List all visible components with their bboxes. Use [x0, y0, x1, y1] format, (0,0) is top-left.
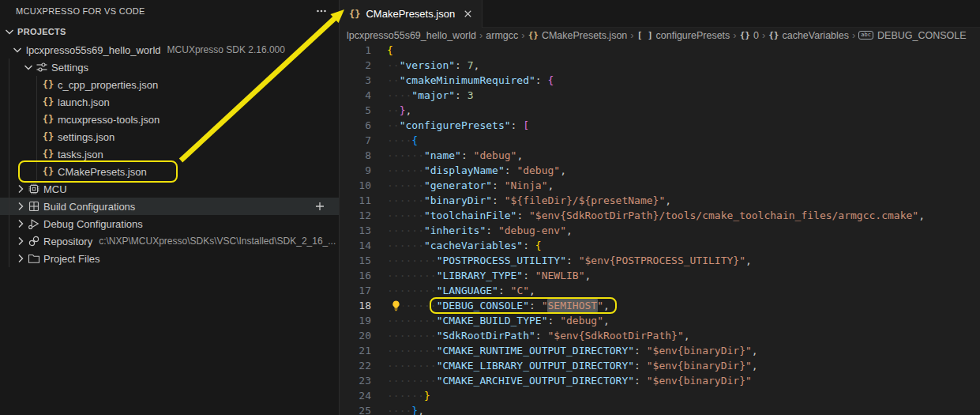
code-line[interactable]: 3··"cmakeMinimumRequired": {: [340, 73, 980, 88]
code-line[interactable]: 4····"major": 3: [340, 88, 980, 103]
code-token: ,: [584, 270, 591, 281]
code-editor[interactable]: 1{2··"version": 7,3··"cmakeMinimumRequir…: [340, 43, 980, 415]
code-line[interactable]: 9······"displayName": "debug",: [340, 163, 980, 178]
tab-cmakepresets-json[interactable]: {} CMakePresets.json: [340, 0, 482, 28]
line-number[interactable]: 22: [340, 358, 371, 373]
line-number[interactable]: 21: [340, 343, 371, 358]
sidebar-item-settings[interactable]: Settings: [0, 58, 339, 76]
chevron-right-icon[interactable]: [14, 200, 27, 213]
code-line[interactable]: 24······}: [340, 388, 980, 403]
code-line[interactable]: 1{: [340, 43, 980, 58]
chevron-down-icon[interactable]: [22, 61, 35, 74]
sidebar-item-project[interactable]: lpcxpresso55s69_hello_world MCUXpresso S…: [0, 41, 339, 58]
line-number[interactable]: 1: [340, 43, 371, 58]
sidebar-item-cmakepresets-json[interactable]: {}CMakePresets.json: [0, 163, 339, 180]
line-number[interactable]: 10: [340, 178, 371, 193]
code-token: ,: [752, 360, 758, 372]
code-line[interactable]: 19········"CMAKE_BUILD_TYPE": "debug",: [340, 313, 980, 328]
code-line[interactable]: 13······"inherits": "debug-env",: [340, 223, 980, 238]
line-number[interactable]: 11: [340, 193, 371, 208]
code-line-text: ········"LIBRARY_TYPE": "NEWLIB",: [387, 268, 591, 283]
chevron-down-icon[interactable]: [11, 43, 24, 56]
code-token: :: [511, 119, 524, 131]
code-line[interactable]: 23········"CMAKE_ARCHIVE_OUTPUT_DIRECTOR…: [340, 373, 980, 388]
line-number[interactable]: 12: [340, 208, 371, 223]
line-number[interactable]: 9: [340, 163, 371, 178]
code-token: ,: [665, 194, 671, 206]
line-number[interactable]: 24: [340, 388, 371, 403]
code-token: ,: [548, 179, 554, 191]
breadcrumb-label: CMakePresets.json: [542, 30, 627, 41]
code-token: "LIBRARY_TYPE": [437, 270, 524, 281]
more-actions-icon[interactable]: [315, 5, 328, 17]
line-number[interactable]: 7: [340, 133, 371, 148]
chevron-right-icon[interactable]: [14, 183, 27, 195]
code-line[interactable]: 16········"LIBRARY_TYPE": "NEWLIB",: [340, 268, 980, 283]
sidebar-item-tasks-json[interactable]: {}tasks.json: [0, 145, 339, 163]
breadcrumb-item-lpcxpresso55s69-hello-world[interactable]: lpcxpresso55s69_hello_world: [347, 30, 476, 41]
code-line[interactable]: 2··"version": 7,: [340, 58, 980, 73]
close-icon[interactable]: [462, 8, 474, 20]
code-line[interactable]: 21········"CMAKE_RUNTIME_OUTPUT_DIRECTOR…: [340, 343, 980, 358]
line-number[interactable]: 3: [340, 73, 371, 88]
breadcrumb-item-configurepresets[interactable]: [ ]configurePresets: [637, 30, 730, 41]
code-line[interactable]: 8······"name": "debug",: [340, 148, 980, 163]
line-number[interactable]: 4: [340, 88, 371, 103]
code-line[interactable]: 22········"CMAKE_LIBRARY_OUTPUT_DIRECTOR…: [340, 358, 980, 373]
code-line-text: ··"cmakeMinimumRequired": {: [387, 73, 554, 88]
code-line[interactable]: 6··"configurePresets": [: [340, 118, 980, 133]
code-line[interactable]: 15········"POSTPROCESS_UTILITY": "$env{P…: [340, 253, 980, 268]
sidebar-item-mcuxpresso-tools-json[interactable]: {}mcuxpresso-tools.json: [0, 111, 339, 128]
sidebar-item-build-configurations[interactable]: Build Configurations: [0, 198, 339, 215]
breadcrumb-item-debug-console[interactable]: abcDEBUG_CONSOLE: [858, 30, 966, 41]
line-number[interactable]: 13: [340, 223, 371, 238]
line-number[interactable]: 23: [340, 373, 371, 388]
line-number[interactable]: 19: [340, 313, 371, 328]
code-token: "POSTPROCESS_UTILITY": [437, 255, 566, 266]
line-number[interactable]: 6: [340, 118, 371, 133]
code-line[interactable]: 18········"DEBUG_CONSOLE": "SEMIHOST",: [340, 298, 980, 313]
line-number[interactable]: 18: [340, 298, 371, 313]
projects-section-header[interactable]: PROJECTS: [0, 22, 339, 41]
chevron-right-icon[interactable]: [14, 235, 27, 247]
line-number[interactable]: 14: [340, 238, 371, 253]
breadcrumb-item-armgcc[interactable]: armgcc: [486, 30, 518, 41]
sidebar-item-project-files[interactable]: Project Files: [0, 250, 339, 267]
code-token: :: [492, 194, 505, 206]
sidebar-item-settings-json[interactable]: {}settings.json: [0, 128, 339, 145]
sidebar-item-debug-configurations[interactable]: Debug Configurations: [0, 215, 339, 232]
chevron-right-icon[interactable]: [14, 252, 27, 265]
breadcrumb-item-cachevariables[interactable]: {}cacheVariables: [768, 30, 849, 41]
code-line[interactable]: 11······"binaryDir": "${fileDir}/${prese…: [340, 193, 980, 208]
line-number[interactable]: 25: [340, 403, 371, 415]
line-number[interactable]: 8: [340, 148, 371, 163]
breadcrumb-item-cmakepresets-json[interactable]: {}CMakePresets.json: [528, 30, 628, 41]
sidebar-item-c-cpp-properties-json[interactable]: {}c_cpp_properties.json: [0, 76, 339, 93]
line-number[interactable]: 16: [340, 268, 371, 283]
chevron-right-icon[interactable]: [14, 217, 27, 230]
line-number[interactable]: 17: [340, 283, 371, 298]
lightbulb-icon[interactable]: [389, 299, 403, 312]
add-icon[interactable]: [314, 200, 326, 213]
code-line[interactable]: 12······"toolchainFile": "$env{SdkRootDi…: [340, 208, 980, 223]
sidebar-item-repository[interactable]: Repositoryc:\NXP\MCUXpresso\SDKs\VSC\Ins…: [0, 232, 339, 250]
code-line[interactable]: 20········"SdkRootDirPath": "$env{SdkRoo…: [340, 328, 980, 343]
line-number[interactable]: 20: [340, 328, 371, 343]
code-line[interactable]: 14······"cacheVariables": {: [340, 238, 980, 253]
sidebar-item-launch-json[interactable]: {}launch.json: [0, 93, 339, 111]
chevron-down-icon[interactable]: [3, 25, 16, 38]
code-line[interactable]: 10······"generator": "Ninja",: [340, 178, 980, 193]
code-token: "binaryDir": [424, 194, 492, 206]
code-token: ,: [529, 285, 535, 296]
line-number[interactable]: 5: [340, 103, 371, 118]
code-line[interactable]: 17········"LANGUAGE": "C",: [340, 283, 980, 298]
sidebar-item-mcu[interactable]: MCU: [0, 180, 339, 198]
code-line[interactable]: 7····{: [340, 133, 980, 148]
code-token: :: [492, 179, 505, 191]
breadcrumb-item-0[interactable]: {}0: [740, 30, 759, 41]
code-line[interactable]: 25····},: [340, 403, 980, 415]
line-number[interactable]: 15: [340, 253, 371, 268]
tab-label: CMakePresets.json: [366, 8, 455, 20]
code-line[interactable]: 5··},: [340, 103, 980, 118]
line-number[interactable]: 2: [340, 58, 371, 73]
